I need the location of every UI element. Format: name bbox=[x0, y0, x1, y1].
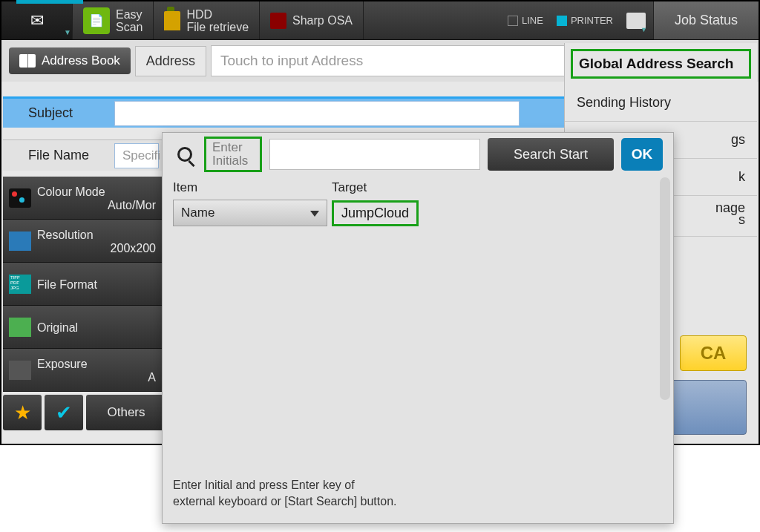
sharp-osa-label: Sharp OSA bbox=[292, 14, 353, 27]
original-title: Original bbox=[37, 321, 159, 335]
resolution-item[interactable]: Resolution 200x200 bbox=[3, 220, 165, 263]
printer-indicator-icon bbox=[557, 16, 567, 26]
folder-icon bbox=[164, 11, 180, 30]
subject-label: Subject bbox=[3, 105, 114, 121]
address-label: Address bbox=[135, 46, 206, 76]
rp-s: s bbox=[738, 212, 745, 227]
exposure-icon bbox=[9, 361, 31, 380]
search-icon bbox=[177, 147, 192, 162]
colour-mode-icon bbox=[9, 188, 31, 208]
header-target: Target bbox=[332, 180, 367, 195]
sending-history-item[interactable]: Sending History bbox=[565, 85, 757, 122]
top-toolbar: ✉ ▼ 📄 Easy Scan HDD File retrieve Sharp … bbox=[1, 1, 759, 40]
modal-scrollbar[interactable] bbox=[660, 177, 670, 400]
job-status-label: Job Status bbox=[675, 13, 738, 28]
check-icon: ✔ bbox=[56, 401, 72, 424]
exposure-value: A bbox=[37, 371, 159, 384]
global-address-search-button[interactable]: Global Address Search bbox=[571, 49, 751, 79]
global-search-modal: Enter Initials Search Start OK Item Targ… bbox=[162, 132, 674, 524]
file-format-icon bbox=[9, 275, 31, 294]
target-value[interactable]: JumpCloud bbox=[332, 200, 419, 226]
printer-status: PRINTER bbox=[557, 15, 613, 26]
resolution-title: Resolution bbox=[37, 229, 159, 242]
hdd-retrieve-tab[interactable]: HDD File retrieve bbox=[154, 1, 260, 39]
bottom-buttons: ★ ✔ Others bbox=[3, 395, 166, 430]
mail-tab[interactable]: ✉ ▼ bbox=[1, 1, 73, 39]
easy-scan-label: Easy Scan bbox=[116, 8, 142, 33]
accent-strip bbox=[16, 0, 83, 4]
book-icon bbox=[19, 54, 36, 68]
settings-list: Colour Mode Auto/Mor Resolution 200x200 … bbox=[3, 177, 165, 392]
filename-input[interactable]: Specifi bbox=[114, 143, 159, 168]
line-status: LINE bbox=[508, 15, 543, 26]
item-dropdown[interactable]: Name bbox=[173, 200, 327, 226]
subject-input[interactable] bbox=[114, 101, 520, 126]
others-button[interactable]: Others bbox=[86, 395, 166, 430]
easy-scan-icon: 📄 bbox=[83, 7, 110, 34]
printer-tray-icon[interactable]: ▼ bbox=[626, 13, 646, 29]
address-book-label: Address Book bbox=[42, 53, 120, 68]
envelope-icon: ✉ bbox=[30, 11, 44, 30]
chevron-down-icon: ▼ bbox=[64, 28, 71, 36]
modal-search-row: Enter Initials Search Start OK bbox=[163, 133, 673, 176]
printer-label: PRINTER bbox=[571, 15, 613, 26]
job-status-button[interactable]: Job Status bbox=[653, 1, 759, 39]
exposure-item[interactable]: Exposure A bbox=[3, 349, 165, 392]
line-label: LINE bbox=[522, 15, 543, 26]
ok-button[interactable]: OK bbox=[621, 138, 663, 171]
colour-mode-title: Colour Mode bbox=[37, 185, 159, 199]
resolution-value: 200x200 bbox=[37, 242, 159, 255]
exposure-title: Exposure bbox=[37, 358, 159, 371]
line-indicator-icon bbox=[508, 16, 518, 26]
original-item[interactable]: Original bbox=[3, 306, 165, 349]
ca-button[interactable]: CA bbox=[680, 335, 747, 371]
confirm-button[interactable]: ✔ bbox=[45, 395, 83, 430]
favourite-button[interactable]: ★ bbox=[3, 395, 42, 430]
osa-icon bbox=[270, 13, 286, 29]
colour-mode-item[interactable]: Colour Mode Auto/Mor bbox=[3, 177, 165, 220]
original-icon bbox=[9, 318, 31, 337]
modal-headers: Item Target bbox=[163, 176, 673, 198]
modal-filter-row: Name JumpCloud bbox=[163, 198, 673, 228]
search-start-button[interactable]: Search Start bbox=[488, 138, 614, 171]
initials-input[interactable] bbox=[269, 139, 480, 170]
file-format-title: File Format bbox=[37, 278, 159, 292]
modal-hint-text: Enter Initial and press Enter key of ext… bbox=[173, 477, 397, 510]
resolution-icon bbox=[9, 231, 31, 251]
file-format-item[interactable]: File Format bbox=[3, 263, 165, 306]
address-book-button[interactable]: Address Book bbox=[9, 47, 131, 74]
sharp-osa-tab[interactable]: Sharp OSA bbox=[260, 1, 364, 39]
initials-placeholder[interactable]: Enter Initials bbox=[204, 137, 262, 172]
colour-mode-value: Auto/Mor bbox=[37, 199, 159, 212]
subject-row: Subject bbox=[3, 96, 564, 128]
header-item: Item bbox=[173, 180, 332, 195]
status-area: LINE PRINTER ▼ bbox=[500, 1, 653, 39]
hdd-label: HDD File retrieve bbox=[186, 8, 249, 33]
star-icon: ★ bbox=[14, 401, 31, 424]
easy-scan-tab[interactable]: 📄 Easy Scan bbox=[73, 1, 154, 39]
filename-label: File Name bbox=[3, 148, 114, 163]
